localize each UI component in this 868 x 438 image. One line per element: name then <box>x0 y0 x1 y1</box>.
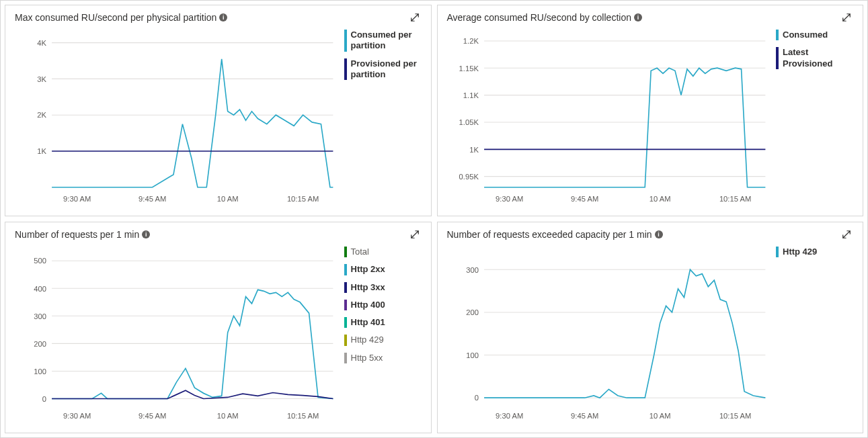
svg-text:1.2K: 1.2K <box>463 37 478 45</box>
svg-text:9:45 AM: 9:45 AM <box>571 195 598 203</box>
dashboard-grid: Max consumed RU/second per physical part… <box>5 5 863 433</box>
chart-area: 1K2K3K4K9:30 AM9:45 AM10 AM10:15 AM <box>15 27 338 210</box>
legend-item[interactable]: Http 401 <box>344 317 422 328</box>
legend-swatch <box>776 47 779 69</box>
legend-item[interactable]: Http 429 <box>776 247 853 257</box>
svg-text:3K: 3K <box>37 75 46 83</box>
legend-swatch <box>344 264 347 275</box>
card-header: Average consumed RU/second by collection… <box>447 11 854 24</box>
legend-swatch <box>344 353 347 363</box>
legend-item[interactable]: Latest Provisioned <box>776 47 853 69</box>
svg-text:300: 300 <box>34 312 46 320</box>
svg-text:10:15 AM: 10:15 AM <box>287 412 319 420</box>
legend: Consumed per partitionProvisioned per pa… <box>344 27 422 210</box>
svg-text:10 AM: 10 AM <box>217 412 239 420</box>
legend-label: Provisioned per partition <box>351 58 422 81</box>
legend: TotalHttp 2xxHttp 3xxHttp 400Http 401Htt… <box>344 244 422 427</box>
card-body: 0.95K1K1.05K1.1K1.15K1.2K9:30 AM9:45 AM1… <box>447 27 854 210</box>
svg-text:1.15K: 1.15K <box>459 64 479 72</box>
svg-text:9:45 AM: 9:45 AM <box>139 412 166 420</box>
legend-swatch <box>344 58 347 81</box>
chart-title: Number of requests exceeded capacity per… <box>447 229 652 240</box>
card-title-wrap: Number of requests exceeded capacity per… <box>447 229 663 240</box>
legend-item[interactable]: Http 429 <box>344 335 422 345</box>
svg-text:9:30 AM: 9:30 AM <box>496 195 523 203</box>
svg-text:10 AM: 10 AM <box>217 195 239 203</box>
info-icon[interactable]: i <box>142 230 150 238</box>
svg-text:300: 300 <box>466 265 479 273</box>
legend-label: Http 3xx <box>351 282 385 293</box>
legend-label: Http 401 <box>351 317 385 328</box>
svg-text:400: 400 <box>34 284 46 292</box>
legend-swatch <box>344 317 347 328</box>
legend-item[interactable]: Http 3xx <box>344 282 422 293</box>
expand-button[interactable] <box>408 11 422 24</box>
card-header: Number of requests per 1 mini <box>15 228 422 241</box>
expand-button[interactable] <box>840 228 853 241</box>
card-body: 01002003009:30 AM9:45 AM10 AM10:15 AMHtt… <box>447 244 854 427</box>
svg-text:10:15 AM: 10:15 AM <box>287 195 319 203</box>
legend: ConsumedLatest Provisioned <box>776 27 853 210</box>
card-requests: Number of requests per 1 mini01002003004… <box>5 222 432 433</box>
legend-item[interactable]: Total <box>344 247 422 257</box>
legend: Http 429 <box>776 244 853 427</box>
card-ru-partition: Max consumed RU/second per physical part… <box>5 5 432 216</box>
legend-label: Http 429 <box>351 335 384 345</box>
svg-text:0: 0 <box>474 394 478 402</box>
svg-text:10:15 AM: 10:15 AM <box>719 412 750 420</box>
card-ru-collection: Average consumed RU/second by collection… <box>437 5 864 216</box>
svg-text:200: 200 <box>34 339 46 347</box>
svg-text:1.05K: 1.05K <box>459 118 479 126</box>
svg-text:0.95K: 0.95K <box>459 173 479 181</box>
svg-text:9:45 AM: 9:45 AM <box>139 195 166 203</box>
legend-label: Http 5xx <box>351 353 383 363</box>
chart-title: Max consumed RU/second per physical part… <box>15 12 216 23</box>
svg-text:100: 100 <box>466 351 479 359</box>
legend-swatch <box>344 282 347 293</box>
legend-label: Total <box>351 247 369 257</box>
svg-text:0: 0 <box>42 395 46 403</box>
svg-text:10 AM: 10 AM <box>649 195 670 203</box>
card-title-wrap: Number of requests per 1 mini <box>15 229 150 240</box>
svg-text:9:45 AM: 9:45 AM <box>571 412 598 420</box>
legend-item[interactable]: Http 2xx <box>344 264 422 275</box>
legend-item[interactable]: Consumed per partition <box>344 30 422 52</box>
legend-item[interactable]: Http 400 <box>344 300 422 310</box>
legend-swatch <box>344 335 347 345</box>
svg-text:200: 200 <box>466 308 479 316</box>
svg-text:9:30 AM: 9:30 AM <box>496 412 523 420</box>
chart-title: Average consumed RU/second by collection <box>447 12 631 23</box>
svg-text:1K: 1K <box>469 145 479 153</box>
svg-text:500: 500 <box>34 257 46 265</box>
card-title-wrap: Average consumed RU/second by collection… <box>447 12 642 23</box>
legend-item[interactable]: Consumed <box>776 30 853 40</box>
chart-area: 0.95K1K1.05K1.1K1.15K1.2K9:30 AM9:45 AM1… <box>447 27 770 210</box>
legend-item[interactable]: Provisioned per partition <box>344 58 422 81</box>
card-header: Max consumed RU/second per physical part… <box>15 11 422 24</box>
legend-label: Consumed <box>783 30 828 40</box>
legend-item[interactable]: Http 5xx <box>344 353 422 363</box>
chart-area: 01002003009:30 AM9:45 AM10 AM10:15 AM <box>447 244 770 427</box>
expand-button[interactable] <box>840 11 853 24</box>
svg-text:1K: 1K <box>37 147 46 155</box>
legend-swatch <box>344 30 347 52</box>
info-icon[interactable]: i <box>219 13 227 21</box>
chart-area: 01002003004005009:30 AM9:45 AM10 AM10:15… <box>15 244 338 427</box>
card-body: 1K2K3K4K9:30 AM9:45 AM10 AM10:15 AMConsu… <box>15 27 422 210</box>
svg-text:100: 100 <box>34 367 46 375</box>
expand-button[interactable] <box>408 228 422 241</box>
info-icon[interactable]: i <box>634 13 642 21</box>
legend-label: Http 429 <box>783 247 817 257</box>
legend-swatch <box>776 30 779 40</box>
svg-text:10 AM: 10 AM <box>649 412 670 420</box>
card-body: 01002003004005009:30 AM9:45 AM10 AM10:15… <box>15 244 422 427</box>
legend-label: Http 400 <box>351 300 385 310</box>
legend-swatch <box>776 247 779 257</box>
svg-text:10:15 AM: 10:15 AM <box>719 195 750 203</box>
info-icon[interactable]: i <box>655 230 663 238</box>
legend-label: Latest Provisioned <box>783 47 853 69</box>
legend-swatch <box>344 247 347 257</box>
legend-swatch <box>344 300 347 310</box>
svg-text:4K: 4K <box>37 39 46 47</box>
chart-title: Number of requests per 1 min <box>15 229 139 240</box>
